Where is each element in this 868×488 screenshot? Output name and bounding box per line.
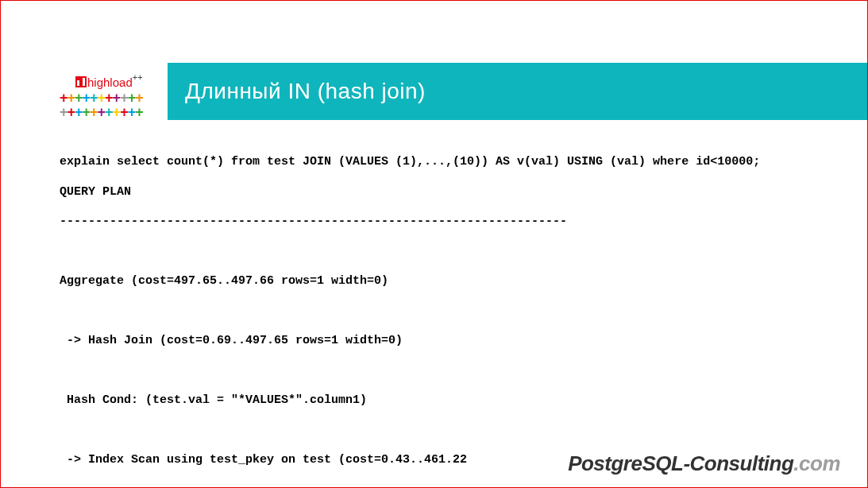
content-area: explain select count(*) from test JOIN (… [60, 147, 820, 471]
highload-icon [75, 76, 87, 87]
decorative-plus-row-1: +++++++++++ [60, 92, 163, 103]
brand-tld: .com [793, 451, 840, 475]
brand-consulting: Consulting [690, 451, 794, 475]
slide-title: Длинный IN (hash join) [185, 79, 426, 104]
query-plan-code: explain select count(*) from test JOIN (… [60, 147, 820, 471]
decorative-plus-row-2: +++++++++++ [60, 107, 163, 118]
highload-text: highload [87, 76, 133, 89]
highload-logo: highload++ [75, 72, 163, 89]
brand-postgresql: PostgreSQL [568, 451, 683, 475]
logo-block: highload++ +++++++++++ +++++++++++ [60, 72, 163, 116]
brand-dash: - [683, 451, 689, 475]
slide-header: Длинный IN (hash join) [168, 63, 867, 120]
highload-superscript: ++ [133, 72, 143, 82]
footer-brand: PostgreSQL-Consulting.com [568, 451, 840, 476]
